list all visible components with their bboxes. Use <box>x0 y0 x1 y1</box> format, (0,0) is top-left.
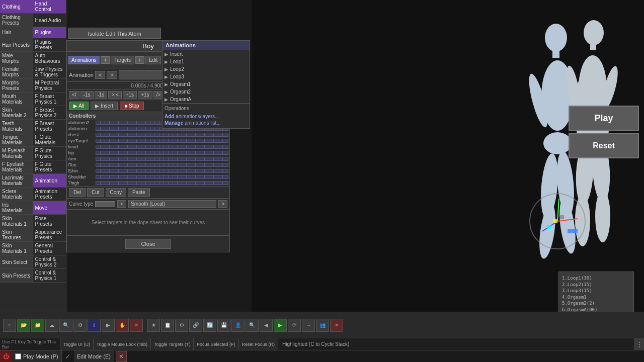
anim-item-orgasm2[interactable]: ▶ Orgasm2 <box>163 88 250 96</box>
toolbar-open-icon[interactable]: 📂 <box>17 319 30 332</box>
sidebar-item-teeth-materials[interactable]: Teeth Materials <box>0 120 33 133</box>
sidebar-item-general-presets[interactable]: General Presets <box>33 242 66 255</box>
toolbar-search-icon[interactable]: 🔍 <box>59 319 72 332</box>
toolbar-menu-icon[interactable]: ≡ <box>3 319 16 332</box>
toolbar-save-icon[interactable]: 💾 <box>217 319 230 332</box>
toolbar-refresh-icon[interactable]: ⟳ <box>288 319 301 332</box>
reset-focus-button[interactable]: Reset Focus (R) <box>238 338 278 350</box>
toolbar-playback-icon[interactable]: ▶ <box>274 319 287 332</box>
paste-button[interactable]: Paste <box>128 188 150 197</box>
sidebar-item-skin-presets[interactable]: Skin Presets <box>0 269 33 282</box>
copy-button[interactable]: Copy <box>106 188 126 197</box>
cut-button[interactable]: Cut <box>87 188 104 197</box>
tab-animations[interactable]: Animations <box>68 56 100 64</box>
isolate-edit-button[interactable]: Isolate Edit This Atom <box>68 28 161 39</box>
sidebar-item-move[interactable]: Move <box>33 201 66 214</box>
controller-track[interactable] <box>96 181 228 185</box>
del-button[interactable]: Del <box>69 188 86 197</box>
sidebar-item-m-pectoral-physics[interactable]: M Pectoral Physics <box>33 79 66 92</box>
toolbar-hand-icon[interactable]: ✋ <box>116 319 129 332</box>
sidebar-item-plugins-presets[interactable]: Plugins Presets <box>33 38 66 51</box>
controller-track[interactable] <box>96 163 228 167</box>
sidebar-item-mouth-materials[interactable]: Mouth Materials <box>0 93 33 106</box>
power-button[interactable]: ⏻ <box>0 350 12 363</box>
controller-track[interactable] <box>96 145 228 149</box>
anim-item-loop1[interactable]: ▶ Loop1 <box>163 58 250 65</box>
sidebar-item-f-breast-presets[interactable]: F Breast Presets <box>33 120 66 133</box>
sidebar-item-lacrimals[interactable]: Lacrimals Materials <box>0 174 33 187</box>
sidebar-item-animation-presets[interactable]: Animation Presets <box>33 188 66 201</box>
transport-minus1s-1[interactable]: -1s <box>80 91 94 99</box>
play-mode-checkbox[interactable] <box>15 353 21 359</box>
toolbar-info-icon[interactable]: ℹ <box>88 319 101 332</box>
tab-plus-1[interactable]: + <box>101 56 110 64</box>
toolbar-link-icon[interactable]: 🔗 <box>189 319 202 332</box>
anim-prev-btn[interactable]: < <box>95 71 105 79</box>
menu-dots-button[interactable]: ⋮ <box>634 338 644 350</box>
anim-item-loop3[interactable]: ▶ Loop3 <box>163 73 250 80</box>
sidebar-item-hair[interactable]: Hair <box>0 27 33 38</box>
sidebar-item-morphs-presets[interactable]: Morphs Presets <box>0 79 33 92</box>
sidebar-item-clothing[interactable]: Clothing <box>0 0 33 13</box>
sidebar-item-hair-presets[interactable]: Hair Presets <box>0 38 33 51</box>
sidebar-item-skin-materials2[interactable]: Skin Materials 2 <box>0 106 33 119</box>
sidebar-item-skin-textures[interactable]: Skin Textures <box>0 228 33 241</box>
tab-targets[interactable]: Targets <box>111 56 134 64</box>
toolbar-clipboard-icon[interactable]: 📋 <box>161 319 174 332</box>
toolbar-close-icon[interactable]: ✕ <box>130 319 143 332</box>
sidebar-item-f-breast-physics1[interactable]: F Breast Physics 1 <box>33 93 66 106</box>
toolbar-rotate-icon[interactable]: 🔄 <box>203 319 216 332</box>
transport-plus1s-1[interactable]: +1s <box>123 91 137 99</box>
anim-item-insert[interactable]: ▶ Insert <box>163 50 250 58</box>
sidebar-item-animation[interactable]: Animation <box>33 174 66 187</box>
anim-next-btn[interactable]: > <box>107 71 117 79</box>
toolbar-group-icon[interactable]: 👥 <box>316 319 329 332</box>
sidebar-item-jaw-physics[interactable]: Jaw Physics & Triggers <box>33 65 66 78</box>
stop-btn[interactable]: ■ Stop <box>120 102 143 110</box>
gizmo-circle[interactable] <box>527 191 588 251</box>
toolbar-star-icon[interactable]: ★ <box>147 319 160 332</box>
controller-track[interactable] <box>96 151 228 155</box>
sidebar-item-skin-select[interactable]: Skin Select <box>0 255 33 268</box>
sidebar-item-appearance-presets[interactable]: Appearance Presets <box>33 228 66 241</box>
toolbar-prev-icon[interactable]: ◀ <box>260 319 273 332</box>
transport-plus1s-2[interactable]: +1s <box>138 91 152 99</box>
toolbar-arrow-icon[interactable]: → <box>302 319 315 332</box>
controller-track[interactable] <box>96 133 228 137</box>
sidebar-item-f-breast-physics2[interactable]: F Breast Physics 2 <box>33 106 66 119</box>
sidebar-item-head-audio[interactable]: Head Audio <box>33 14 66 27</box>
sidebar-item-pose-presets[interactable]: Pose Presets <box>33 215 66 228</box>
toolbar-play-icon[interactable]: ▶ <box>102 319 115 332</box>
curve-prev-btn[interactable]: < <box>117 200 126 208</box>
play-all-btn[interactable]: ▶ All <box>69 102 89 110</box>
curve-next-btn[interactable]: > <box>218 200 227 208</box>
tab-edit[interactable]: Edit <box>145 56 161 64</box>
sidebar-item-f-glute-materials[interactable]: F Glute Materials <box>33 133 66 146</box>
sidebar-item-tongue-materials[interactable]: Tongue Materials <box>0 133 33 146</box>
sidebar-item-f-eyelash[interactable]: F Eyelash Materials <box>0 160 33 173</box>
reset-button[interactable]: Reset <box>569 133 639 158</box>
curve-select[interactable]: Smooth (Local) <box>128 200 216 208</box>
manage-animations-link[interactable]: Manage animations list... <box>165 120 248 126</box>
toolbar-folder-icon[interactable]: 📁 <box>31 319 44 332</box>
sidebar-item-control-physics2[interactable]: Control & Physics 2 <box>33 255 66 268</box>
transport-minus1s-2[interactable]: -1s <box>95 91 108 99</box>
sidebar-item-f-glute-physics[interactable]: F Glute Physics <box>33 147 66 160</box>
controller-track[interactable] <box>96 139 228 143</box>
sidebar-item-m-eyelash[interactable]: M Eyelash Materials <box>0 147 33 160</box>
sidebar-item-plugins[interactable]: Plugins <box>33 27 66 38</box>
edit-mode-area[interactable]: Edit Mode (E) <box>74 350 114 362</box>
anim-item-orgasm1[interactable]: ▶ Orgasm1 <box>163 80 250 88</box>
toolbar-gear-icon[interactable]: ⚙ <box>73 319 87 332</box>
sidebar-item-clothing-presets[interactable]: Clothing Presets <box>0 14 33 27</box>
sidebar-item-male-morphs[interactable]: Male Morphs <box>0 52 33 65</box>
toggle-ui-button[interactable]: Toggle UI (U) <box>60 338 94 350</box>
toolbar-x-icon[interactable]: ✕ <box>330 319 343 332</box>
sidebar-item-skin-materials1b[interactable]: Skin Materials 1 <box>0 242 33 255</box>
transport-begin[interactable]: </ <box>69 91 79 99</box>
sidebar-item-sclera[interactable]: Sclera Materials <box>0 188 33 201</box>
anim-item-orgasma[interactable]: ▶ OrgasmA <box>163 96 250 103</box>
play-mode-area[interactable]: Play Mode (P) <box>12 350 62 362</box>
play-insert-btn[interactable]: ▶ Insert <box>91 102 118 110</box>
focus-selected-button[interactable]: Focus Selected (F) <box>194 338 238 350</box>
